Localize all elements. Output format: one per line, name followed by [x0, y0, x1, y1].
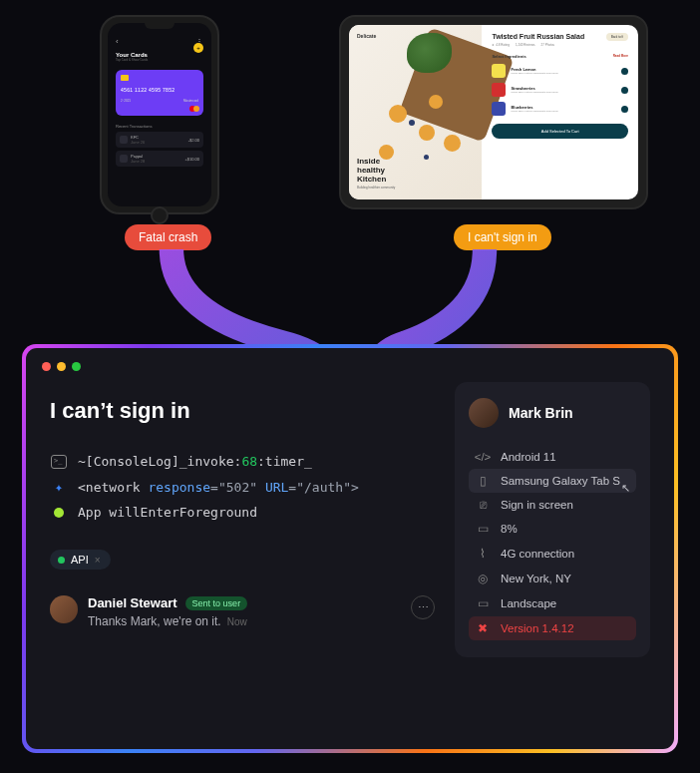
merchant-icon — [120, 136, 128, 144]
tx-date: June 26 — [131, 140, 145, 145]
screen-icon: ⎚ — [475, 499, 491, 511]
transactions-label: Recent Transactions — [116, 124, 203, 129]
read-more-link[interactable]: Read More — [613, 54, 628, 59]
issue-main: I can’t sign in ~[ConsoleLog]_invoke:68:… — [50, 366, 435, 731]
chip-dot-icon — [58, 557, 65, 564]
minimize-icon[interactable] — [57, 362, 66, 371]
meta-device[interactable]: ▯Samsung Galaxy Tab S↖ — [469, 469, 636, 493]
meta-screen[interactable]: ⎚Sign in screen — [469, 494, 636, 516]
cursor-icon: ↖ — [621, 482, 630, 495]
meta-location[interactable]: ◎New York, NY — [469, 567, 636, 590]
card-expiry: 2· 2021 — [121, 99, 131, 103]
close-icon[interactable] — [42, 362, 51, 371]
meta-connection[interactable]: ⌇4G connection — [469, 542, 636, 566]
tools-icon: ✖ — [475, 621, 491, 635]
tablet-screen: Delicate Inside healthy Kitchen Building… — [349, 25, 638, 199]
device-info-panel: Mark Brin </>Android 11 ▯Samsung Galaxy … — [455, 382, 650, 657]
status-dot-icon — [54, 508, 64, 518]
meta-orientation[interactable]: ▭Landscape — [469, 591, 636, 615]
phone-subtitle: Tap Card & Show Cards — [116, 58, 203, 62]
tx-date: June 28 — [131, 159, 145, 164]
select-icon[interactable] — [621, 106, 628, 113]
phone-screen: ‹ ⋮ Your Cards Tap Card & Show Cards + 4… — [108, 23, 211, 206]
recipe-meta: ★ 4.8 Rating 1,240 Reviews 27 Photos — [492, 43, 628, 47]
ingredient-row[interactable]: Fresh LemonUsing 100% natural ingredient… — [492, 64, 628, 78]
reporter-avatar — [469, 398, 499, 428]
issue-title: I can’t sign in — [50, 398, 435, 424]
terminal-icon — [51, 455, 67, 469]
add-card-button[interactable]: + — [193, 43, 203, 53]
ingredient-row[interactable]: BlueberriesUsing 100% natural ingredient… — [492, 102, 628, 116]
meta-os[interactable]: </>Android 11 — [469, 446, 636, 468]
phone-device: ‹ ⋮ Your Cards Tap Card & Show Cards + 4… — [100, 15, 219, 214]
feather-icon: ✦ — [50, 479, 68, 495]
merchant-icon — [120, 155, 128, 163]
chip-remove-icon[interactable]: × — [95, 555, 101, 566]
wifi-icon: ⌇ — [475, 547, 491, 561]
tablet-detail: Twisted Fruit Russian Salad Back to fi ★… — [482, 25, 638, 199]
log-line-lifecycle: App willEnterForeground — [50, 505, 435, 520]
back-badge[interactable]: Back to fi — [606, 33, 628, 41]
crash-badge[interactable]: Fatal crash — [125, 224, 211, 250]
comment-time: Now — [227, 616, 247, 627]
tx-amount: -$2.00 — [188, 138, 199, 143]
device-icon: ▯ — [475, 474, 491, 488]
traffic-lights — [42, 362, 81, 371]
sent-badge: Sent to user — [185, 596, 248, 610]
reporter-row[interactable]: Mark Brin — [469, 398, 636, 428]
comment-text: Thanks Mark, we're on it. — [88, 614, 221, 628]
battery-icon: ▭ — [475, 522, 491, 536]
card-chip-icon — [121, 75, 129, 81]
reporter-name: Mark Brin — [509, 405, 573, 421]
tablet-device: Delicate Inside healthy Kitchen Building… — [339, 15, 648, 209]
tx-amount: +$10.00 — [184, 157, 199, 162]
maximize-icon[interactable] — [72, 362, 81, 371]
devices-area: ‹ ⋮ Your Cards Tap Card & Show Cards + 4… — [0, 0, 700, 269]
transaction-row[interactable]: PaypalJune 28 +$10.00 — [116, 151, 203, 167]
api-tag-chip[interactable]: API × — [50, 550, 111, 570]
orientation-icon: ▭ — [475, 596, 491, 610]
home-button-icon[interactable] — [151, 206, 169, 224]
issue-window-frame: I can’t sign in ~[ConsoleLog]_invoke:68:… — [22, 344, 678, 753]
brand-logo: Delicate — [357, 33, 376, 39]
log-line-console: ~[ConsoleLog]_invoke:68:timer_ — [50, 454, 435, 469]
card-number: 4561 1122 4595 7852 — [121, 87, 198, 93]
add-to-cart-button[interactable]: Add Selected To Cart — [492, 124, 628, 139]
chip-label: API — [71, 554, 89, 566]
meta-battery[interactable]: ▭8% — [469, 517, 636, 541]
commenter-name: Daniel Stewart — [88, 595, 177, 610]
commenter-avatar[interactable] — [50, 595, 78, 623]
code-icon: </> — [475, 451, 491, 463]
ingredient-row[interactable]: StrawberriesUsing 100% natural ingredien… — [492, 83, 628, 97]
signin-badge[interactable]: I can't sign in — [454, 224, 551, 250]
select-icon[interactable] — [621, 68, 628, 75]
comment-row: Daniel Stewart Sent to user Thanks Mark,… — [50, 595, 435, 628]
ingredients-header: Select Ingredients Read More — [492, 54, 628, 59]
log-line-network: ✦ <network response="502" URL="/auth"> — [50, 479, 435, 495]
transaction-row[interactable]: KFCJune 26 -$2.00 — [116, 132, 203, 148]
hero-subtitle: Building healthier community — [357, 187, 395, 190]
card-brand: Mastercard — [183, 99, 198, 103]
select-icon[interactable] — [621, 87, 628, 94]
pin-icon: ◎ — [475, 572, 491, 585]
hero-line: Kitchen — [357, 176, 395, 185]
meta-version[interactable]: ✖Version 1.4.12 — [469, 616, 636, 640]
back-icon[interactable]: ‹ — [116, 37, 119, 46]
mastercard-icon — [189, 106, 199, 112]
tablet-hero: Delicate Inside healthy Kitchen Building… — [349, 25, 482, 199]
issue-window: I can’t sign in ~[ConsoleLog]_invoke:68:… — [26, 348, 674, 749]
credit-card[interactable]: 4561 1122 4595 7852 2· 2021 Mastercard — [116, 70, 203, 116]
comment-more-button[interactable]: ⋯ — [411, 595, 435, 619]
